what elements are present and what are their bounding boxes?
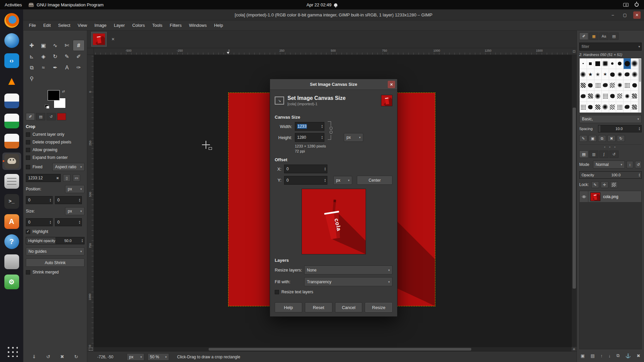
tool-ink[interactable]: ✑ bbox=[73, 62, 85, 73]
brush-item[interactable] bbox=[587, 80, 594, 91]
Windows[interactable]: Windows bbox=[185, 21, 210, 29]
raise-layer-button[interactable]: ↑ bbox=[600, 353, 603, 358]
help-button[interactable]: Help bbox=[275, 302, 302, 312]
height-spinner[interactable]: ▴▾ bbox=[321, 135, 323, 139]
dock-item-ubuntu-software[interactable]: A bbox=[2, 213, 21, 230]
Allow growing[interactable]: Allow growing bbox=[26, 147, 85, 152]
brush-item[interactable] bbox=[616, 58, 624, 69]
Filters[interactable]: Filters bbox=[166, 21, 185, 29]
maximize-button[interactable]: ▢ bbox=[621, 11, 629, 19]
position-x-input[interactable]: 0▴▾ bbox=[26, 196, 53, 204]
tool-scissors-select[interactable]: ✄ bbox=[61, 40, 73, 51]
offset-y-input[interactable]: 0 ▴▾ bbox=[284, 176, 327, 185]
tool-warp-transform[interactable]: ↻ bbox=[49, 51, 61, 62]
brush-item[interactable] bbox=[580, 58, 587, 69]
File[interactable]: File bbox=[25, 21, 40, 29]
brush-item[interactable] bbox=[594, 102, 602, 113]
dock-item-firefox[interactable] bbox=[2, 12, 21, 29]
zoom-dropdown[interactable]: 50 %▾ bbox=[148, 353, 169, 361]
tab-undo[interactable]: ↺ bbox=[609, 150, 619, 158]
close-button[interactable]: ✕ bbox=[633, 11, 641, 19]
duplicate-layer-button[interactable]: ⧉ bbox=[616, 353, 620, 358]
Colors[interactable]: Colors bbox=[128, 21, 149, 29]
lock-pixels-button[interactable]: ✎ bbox=[591, 181, 599, 188]
View[interactable]: View bbox=[74, 21, 91, 29]
brush-filter-input[interactable]: filter ▾ bbox=[579, 43, 642, 51]
tool-free-select[interactable]: ∿ bbox=[49, 40, 61, 51]
brush-item[interactable] bbox=[594, 58, 602, 69]
brush-item[interactable] bbox=[587, 58, 594, 69]
foreground-color-swatch[interactable] bbox=[48, 90, 60, 101]
tab-channels[interactable]: ▥ bbox=[589, 150, 598, 158]
offset-x-input[interactable]: 0 ▴▾ bbox=[284, 165, 327, 173]
minimize-button[interactable]: – bbox=[609, 11, 616, 19]
brush-item[interactable] bbox=[587, 91, 594, 102]
brush-item[interactable] bbox=[609, 58, 616, 69]
position-unit-dropdown[interactable]: px▾ bbox=[65, 185, 85, 193]
brush-item[interactable] bbox=[624, 58, 631, 69]
vertical-ruler[interactable]: 025050075010001250 bbox=[87, 55, 94, 347]
tab-undo-history[interactable]: ↺ bbox=[47, 113, 56, 120]
new-brush-button[interactable]: ▣ bbox=[589, 135, 597, 142]
tab-tool-options[interactable]: ✐ bbox=[26, 113, 35, 120]
brush-item[interactable] bbox=[616, 80, 624, 91]
Edit[interactable]: Edit bbox=[40, 21, 54, 29]
dock-item-app-grid[interactable] bbox=[2, 342, 21, 360]
brush-item[interactable] bbox=[580, 69, 587, 80]
delete-brush-button[interactable]: ✖ bbox=[607, 135, 615, 142]
save-tool-preset-button[interactable]: ⇓ bbox=[32, 354, 36, 359]
size-height-input[interactable]: 0▴▾ bbox=[55, 218, 82, 226]
brush-item[interactable] bbox=[631, 91, 638, 102]
opacity-slider[interactable]: Opacity 100.0 ▴▾ bbox=[579, 171, 642, 179]
gimp-title-bar[interactable]: [cola] (imported)-1.0 (RGB color 8-bit g… bbox=[23, 9, 644, 20]
brush-item[interactable] bbox=[631, 58, 638, 69]
dock-item-files[interactable] bbox=[2, 173, 21, 190]
dock-item-gimp[interactable] bbox=[2, 153, 21, 170]
dock-item-impress[interactable] bbox=[2, 132, 21, 150]
horizontal-scrollbar[interactable] bbox=[94, 347, 572, 351]
brush-item[interactable] bbox=[602, 80, 609, 91]
brush-grid-scrollbar[interactable] bbox=[638, 58, 641, 113]
anchor-layer-button[interactable]: ⚓ bbox=[626, 353, 631, 358]
lock-position-button[interactable]: ✛ bbox=[601, 181, 608, 188]
tool-move[interactable]: ✚ bbox=[26, 40, 38, 51]
tab-patterns[interactable]: ▦ bbox=[589, 33, 598, 40]
Help[interactable]: Help bbox=[210, 21, 227, 29]
aspect-ratio-dropdown[interactable]: Aspect ratio▾ bbox=[52, 163, 85, 171]
shrink-merged-checkbox[interactable] bbox=[26, 270, 30, 275]
resize-text-layers-checkbox[interactable] bbox=[275, 290, 279, 294]
layer-thumbnail[interactable] bbox=[590, 192, 600, 201]
dialog-close-button[interactable]: ✕ bbox=[388, 81, 395, 88]
tool-measure[interactable]: ⊾ bbox=[26, 51, 38, 62]
quick-mask-toggle[interactable] bbox=[87, 347, 94, 351]
Tools[interactable]: Tools bbox=[149, 21, 166, 29]
brush-item[interactable] bbox=[602, 69, 609, 80]
refresh-brushes-button[interactable]: ↻ bbox=[617, 135, 625, 142]
Expand from center[interactable]: Expand from center bbox=[26, 155, 85, 160]
reset-colors-icon[interactable] bbox=[45, 105, 48, 108]
tool-text[interactable]: A bbox=[61, 62, 73, 73]
zoom-follow-window-button[interactable]: ⊡ bbox=[572, 48, 577, 55]
chain-link-icon[interactable] bbox=[328, 121, 331, 140]
edit-brush-button[interactable]: ✎ bbox=[579, 135, 587, 142]
lower-layer-button[interactable]: ↓ bbox=[608, 353, 611, 358]
fill-with-dropdown[interactable]: Transparency▾ bbox=[304, 277, 392, 286]
brush-item[interactable] bbox=[616, 69, 624, 80]
brush-item[interactable] bbox=[602, 58, 609, 69]
app-indicator[interactable]: GNU Image Manipulation Program bbox=[29, 2, 103, 7]
dock-item-archive[interactable] bbox=[2, 253, 21, 270]
mode-switch-button[interactable]: ↕ bbox=[627, 161, 633, 168]
Select[interactable]: Select bbox=[54, 21, 74, 29]
tool-smudge[interactable]: ≈ bbox=[38, 62, 49, 73]
highlight-checkbox[interactable] bbox=[26, 230, 30, 234]
tool-paintbrush[interactable]: ✐ bbox=[73, 51, 85, 62]
canvas-size-unit-dropdown[interactable]: px▾ bbox=[344, 133, 363, 142]
resize-layers-dropdown[interactable]: None▾ bbox=[304, 265, 392, 275]
spacing-slider[interactable]: 10.0 ▴▾ bbox=[598, 125, 642, 132]
delete-tool-preset-button[interactable]: ✖ bbox=[60, 354, 64, 359]
guides-dropdown[interactable]: No guides▾ bbox=[26, 247, 85, 255]
Layer[interactable]: Layer bbox=[110, 21, 129, 29]
brush-item[interactable] bbox=[616, 91, 624, 102]
camera-icon[interactable] bbox=[623, 3, 629, 7]
brush-item[interactable] bbox=[594, 80, 602, 91]
